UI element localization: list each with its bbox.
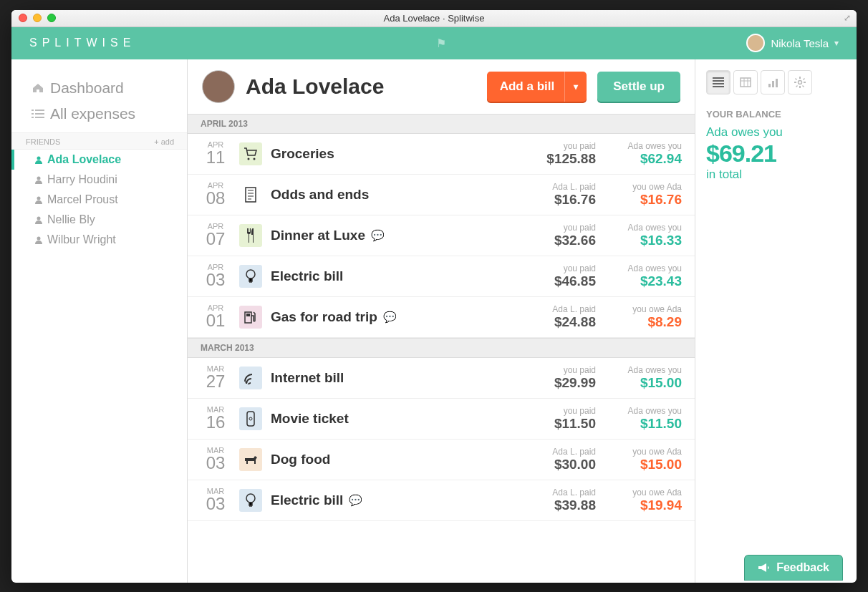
expense-row[interactable]: APR07Dinner at Luxe 💬you paid$32.66Ada o…: [188, 215, 695, 256]
paid-column: you paid$32.66: [510, 223, 596, 248]
svg-point-0: [37, 156, 41, 160]
sidebar-friend-1[interactable]: Harry Houdini: [11, 170, 187, 190]
owe-column: you owe Ada$8.29: [596, 304, 682, 330]
expense-row[interactable]: APR01Gas for road trip 💬Ada L. paid$24.8…: [188, 297, 695, 338]
svg-rect-10: [246, 314, 250, 316]
view-calendar-button[interactable]: [733, 70, 758, 94]
nav-dashboard[interactable]: Dashboard: [11, 75, 187, 101]
category-icon: [239, 224, 262, 247]
expense-description: Odds and ends: [271, 187, 510, 203]
category-icon: [239, 306, 262, 329]
owe-column: you owe Ada$15.00: [596, 447, 682, 472]
expense-date: MAR27: [201, 365, 231, 390]
expense-description: Electric bill 💬: [271, 492, 510, 508]
category-icon: [239, 448, 262, 471]
chevron-down-icon: ▾: [834, 38, 839, 48]
svg-point-1: [37, 176, 41, 180]
user-name: Nikola Tesla: [771, 37, 829, 49]
house-icon: [32, 83, 44, 93]
sidebar-friend-2[interactable]: Marcel Proust: [11, 190, 187, 210]
friend-name: Wilbur Wright: [47, 233, 116, 246]
svg-rect-15: [741, 78, 751, 87]
paid-column: Ada L. paid$39.88: [510, 487, 596, 513]
balance-amount: $69.21: [706, 140, 846, 168]
paid-column: Ada L. paid$24.88: [510, 304, 596, 330]
friend-name: Ada Lovelace: [47, 153, 121, 166]
friend-avatar-icon: [202, 70, 235, 103]
expense-row[interactable]: MAR03Dog foodAda L. paid$30.00you owe Ad…: [188, 440, 695, 480]
friend-name: Marcel Proust: [47, 193, 118, 206]
expense-row[interactable]: MAR27Internet billyou paid$29.99Ada owes…: [188, 358, 695, 399]
month-header: MARCH 2013: [188, 338, 695, 358]
category-icon: [239, 142, 262, 165]
view-chart-button[interactable]: [761, 70, 785, 94]
expense-row[interactable]: MAR16Movie ticketyou paid$11.50Ada owes …: [188, 399, 695, 440]
window-title: Ada Lovelace · Splitwise: [11, 13, 857, 24]
expense-row[interactable]: APR11Groceriesyou paid$125.88Ada owes yo…: [188, 134, 695, 175]
settings-button[interactable]: [788, 70, 812, 94]
fullscreen-icon[interactable]: ⤢: [844, 13, 851, 23]
svg-point-14: [246, 494, 255, 503]
balance-header: YOUR BALANCE: [706, 109, 846, 120]
mac-titlebar: Ada Lovelace · Splitwise ⤢: [11, 10, 857, 27]
settle-up-label: Settle up: [613, 79, 665, 94]
logo[interactable]: SPLITWISE: [29, 37, 135, 49]
owe-column: Ada owes you$23.43: [596, 263, 682, 289]
feedback-button[interactable]: Feedback: [745, 555, 842, 580]
user-avatar-icon: [746, 34, 765, 52]
person-icon: [34, 215, 43, 224]
owe-column: you owe Ada$19.94: [596, 487, 682, 513]
svg-point-16: [799, 80, 802, 84]
expense-row[interactable]: MAR03Electric bill 💬Ada L. paid$39.88you…: [188, 480, 695, 521]
expense-description: Dog food: [271, 452, 510, 467]
expense-date: APR07: [201, 223, 231, 248]
friend-name: Nellie Bly: [47, 213, 95, 226]
svg-rect-7: [246, 188, 256, 202]
month-header: APRIL 2013: [188, 114, 695, 134]
flag-icon[interactable]: ⚑: [135, 37, 746, 50]
balance-line2: in total: [706, 168, 846, 182]
category-icon: [239, 367, 262, 389]
svg-point-5: [248, 157, 250, 160]
person-icon: [34, 236, 43, 244]
nav-all-expenses[interactable]: All expenses: [11, 101, 187, 127]
expense-date: APR03: [201, 263, 231, 288]
expense-description: Movie ticket: [271, 411, 510, 427]
svg-point-3: [37, 216, 41, 220]
svg-point-8: [246, 270, 255, 278]
paid-column: you paid$29.99: [510, 365, 596, 391]
svg-point-2: [37, 196, 41, 200]
view-list-button[interactable]: [706, 70, 730, 94]
comment-icon: 💬: [349, 494, 362, 507]
person-icon: [34, 175, 43, 184]
settle-up-button[interactable]: Settle up: [597, 72, 680, 102]
paid-column: you paid$46.85: [510, 263, 596, 289]
expense-row[interactable]: APR03Electric billyou paid$46.85Ada owes…: [188, 256, 695, 297]
balance-line1: Ada owes you: [706, 125, 846, 140]
person-icon: [34, 155, 43, 164]
sidebar-friend-0[interactable]: Ada Lovelace: [11, 150, 187, 170]
category-icon: [239, 265, 262, 288]
main-panel: Ada Lovelace Add a bill ▾ Settle up APRI…: [187, 59, 695, 583]
category-icon: [239, 489, 262, 512]
app-topbar: SPLITWISE ⚑ Nikola Tesla ▾: [11, 27, 857, 59]
add-bill-button[interactable]: Add a bill ▾: [487, 72, 587, 102]
expense-date: APR11: [201, 141, 231, 166]
add-friend-button[interactable]: + add: [154, 137, 174, 146]
megaphone-icon: [758, 562, 771, 573]
expense-row[interactable]: APR08Odds and endsAda L. paid$16.76you o…: [188, 175, 695, 215]
sidebar-friend-3[interactable]: Nellie Bly: [11, 210, 187, 230]
expense-date: APR08: [201, 182, 231, 207]
svg-point-11: [246, 381, 248, 383]
owe-column: Ada owes you$16.33: [596, 223, 682, 248]
paid-column: Ada L. paid$30.00: [510, 447, 596, 472]
owe-column: you owe Ada$16.76: [596, 182, 682, 208]
friend-name: Harry Houdini: [47, 173, 117, 186]
svg-rect-12: [247, 412, 254, 426]
svg-point-4: [37, 236, 41, 240]
sidebar-friend-4[interactable]: Wilbur Wright: [11, 230, 187, 250]
expense-date: MAR03: [201, 487, 231, 513]
user-menu[interactable]: Nikola Tesla ▾: [746, 34, 839, 52]
add-bill-dropdown[interactable]: ▾: [564, 72, 587, 102]
owe-column: Ada owes you$11.50: [596, 406, 682, 432]
